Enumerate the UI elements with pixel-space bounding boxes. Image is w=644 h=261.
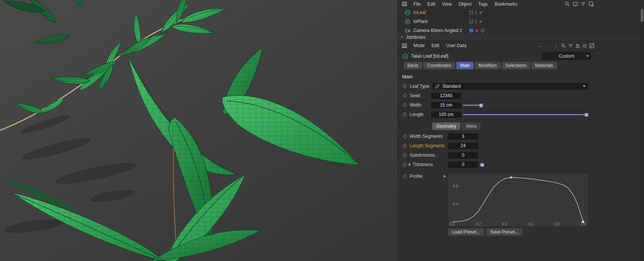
tab-modifiers[interactable]: Modifiers [475,62,501,69]
enabled-check-icon[interactable]: ✓ [479,19,483,24]
key-diamond-icon[interactable] [402,134,407,138]
enabled-check-icon[interactable]: ✓ [479,10,483,15]
menu-bookmarks[interactable]: Bookmarks [491,2,521,7]
edit-panel-icon[interactable] [589,43,595,49]
profile-curve-editor[interactable]: 0.00.20.40.60.81.00.40.8 [448,173,589,227]
key-diamond-icon[interactable] [402,112,407,116]
menu-edit-attr[interactable]: Edit [428,43,443,48]
width-segments-input[interactable]: 3 [448,133,478,140]
search-icon[interactable] [560,43,566,49]
field-label: Profile [410,174,422,179]
width-slider[interactable] [463,105,588,106]
key-diamond-icon[interactable] [402,143,407,148]
right-panel: File Edit View Object Tags Bookmarks [398,0,644,261]
object-row-camera[interactable]: Camera 60mm Angled 2 [398,26,640,34]
menu-object[interactable]: Object [455,2,475,7]
leaf-icon [435,84,440,89]
menu-user-data[interactable]: User Data [443,43,470,48]
field-label: Seed [410,93,420,98]
back-arrow-icon[interactable]: ← [538,43,544,49]
field-label: Length [410,112,424,117]
selected-object-name: Taiao Leaf [toLeaf] [411,53,448,59]
focus-icon[interactable] [582,43,588,49]
tab-main[interactable]: Main [456,62,474,69]
tab-selections[interactable]: Selections [502,62,530,69]
layer-square-icon[interactable] [469,11,473,14]
svg-text:0.0: 0.0 [450,222,455,226]
svg-text:0.8: 0.8 [453,184,458,188]
expand-arrow-icon[interactable] [409,163,411,166]
length-input[interactable]: 100 cm [431,111,461,118]
new-window-icon[interactable] [588,1,594,7]
svg-text:0.2: 0.2 [476,222,481,226]
hamburger-icon[interactable] [402,44,407,48]
row-length-segments: Length Segments 24 [398,142,640,150]
object-row-toleaf[interactable]: toLeaf ✓ [398,8,640,17]
length-slider[interactable] [463,114,588,115]
subtab-geometry[interactable]: Geometry [432,122,460,130]
length-segments-input[interactable]: 24 [448,143,478,149]
record-dot-icon[interactable] [475,29,478,32]
profile-curve-canvas: 0.00.20.40.60.81.00.40.8 [448,174,588,226]
attributes-toolbar: Mode Edit User Data ← → ↑ [398,41,640,51]
key-diamond-icon[interactable] [402,84,407,88]
application-window: File Edit View Object Tags Bookmarks [0,0,644,261]
key-diamond-icon[interactable] [402,162,407,166]
subdivisions-input[interactable]: 0 [448,152,478,159]
viewport-3d[interactable] [0,0,398,261]
home-icon[interactable] [573,1,578,7]
save-preset-button[interactable]: Save Preset... [486,228,522,236]
tab-materials[interactable]: Materials [531,62,557,69]
menu-edit[interactable]: Edit [424,2,439,7]
tab-basic[interactable]: Basic [404,62,422,69]
forward-arrow-icon[interactable]: → [545,43,551,49]
search-icon[interactable] [565,1,570,7]
object-row-toplant[interactable]: toPlant ✓ [398,17,640,26]
key-diamond-icon[interactable] [402,153,407,157]
layer-square-icon[interactable] [469,29,473,32]
seed-input[interactable]: 12345 [431,93,461,99]
object-name[interactable]: Camera 60mm Angled 2 [413,28,462,33]
svg-text:0.4: 0.4 [502,222,507,226]
scrollbar-thumb[interactable] [641,9,644,22]
layer-square-icon[interactable] [469,20,473,23]
load-preset-button[interactable]: Load Preset... [448,228,484,236]
chevron-down-icon [583,85,586,87]
menu-view[interactable]: View [439,2,455,7]
lock-icon[interactable] [575,43,580,49]
thickness-slider-handle[interactable] [480,163,484,167]
menu-file[interactable]: File [410,2,424,7]
visibility-dots-icon[interactable] [475,11,477,14]
thickness-input[interactable]: 0 [448,162,478,168]
xpresso-tag-icon [405,19,410,24]
up-arrow-icon[interactable]: ↑ [553,43,559,49]
preset-dropdown[interactable]: Custom [542,52,591,60]
leaf-type-dropdown[interactable]: Standard [433,83,588,90]
subtab-veins[interactable]: Veins [462,122,481,130]
expand-arrow-icon[interactable] [444,175,446,178]
scrollbar[interactable] [640,8,644,261]
object-name[interactable]: toPlant [413,19,427,24]
key-diamond-icon[interactable] [402,93,407,98]
visibility-dots-icon[interactable] [475,20,477,23]
close-icon[interactable]: × [401,35,403,40]
hamburger-icon[interactable] [402,2,407,6]
menu-tags[interactable]: Tags [475,2,491,7]
filter-icon[interactable] [568,43,573,49]
xpresso-tag-icon [405,10,410,15]
target-icon[interactable] [480,28,485,33]
row-leaf-type: Leaf Type Standard [398,82,640,90]
curve-line [452,177,583,222]
width-slider-handle[interactable] [479,104,483,107]
filter-icon[interactable] [580,1,586,7]
width-input[interactable]: 15 cm [431,102,461,108]
key-diamond-icon[interactable] [402,103,407,107]
thickness-slider[interactable] [480,164,588,165]
tab-coordinates[interactable]: Coordinates [423,62,455,69]
camera-icon [405,28,410,34]
key-diamond-icon[interactable] [402,174,407,178]
length-slider-handle[interactable] [585,113,588,117]
menu-bar: File Edit View Object Tags Bookmarks [398,0,644,8]
menu-mode[interactable]: Mode [410,43,428,48]
object-name[interactable]: toLeaf [413,10,426,15]
